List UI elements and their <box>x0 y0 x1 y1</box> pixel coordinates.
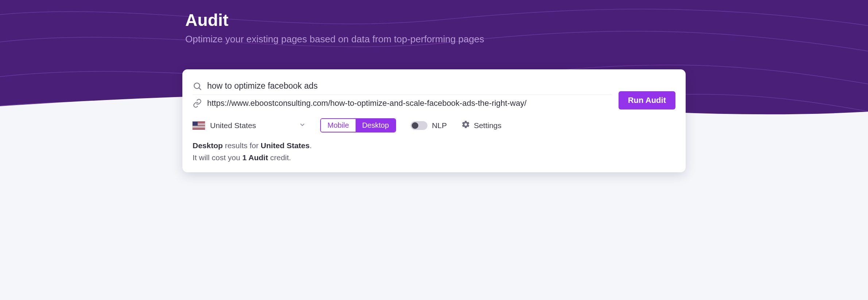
device-mobile-option[interactable]: Mobile <box>321 119 356 132</box>
gear-icon <box>461 120 470 131</box>
url-field-row <box>193 95 612 112</box>
country-label: United States <box>210 121 256 130</box>
summary-text-fragment: credit. <box>268 153 291 162</box>
settings-label: Settings <box>474 121 501 130</box>
audit-form-card: Run Audit United States Mobile Desktop N… <box>182 69 686 172</box>
url-input[interactable] <box>207 99 612 108</box>
toggle-switch-icon <box>411 121 427 130</box>
settings-button[interactable]: Settings <box>461 120 501 131</box>
summary-text: Desktop results for United States. It wi… <box>193 140 675 164</box>
summary-text-fragment: results for <box>223 141 261 150</box>
page-title: Audit <box>185 10 677 30</box>
run-audit-button[interactable]: Run Audit <box>619 91 675 109</box>
device-desktop-option[interactable]: Desktop <box>356 119 395 132</box>
query-input[interactable] <box>207 81 612 91</box>
nlp-label: NLP <box>432 121 447 130</box>
summary-device: Desktop <box>193 141 223 150</box>
query-field-row <box>193 77 612 95</box>
us-flag-icon <box>193 122 205 130</box>
summary-country: United States <box>261 141 310 150</box>
device-segmented-control: Mobile Desktop <box>320 118 396 132</box>
summary-text-fragment: It will cost you <box>193 153 243 162</box>
input-group: Run Audit <box>193 77 675 112</box>
svg-line-1 <box>199 88 201 89</box>
search-icon <box>193 81 202 91</box>
summary-line-2: It will cost you 1 Audit credit. <box>193 152 675 164</box>
summary-line-1: Desktop results for United States. <box>193 140 675 152</box>
summary-text-fragment: . <box>310 141 312 150</box>
country-selector[interactable]: United States <box>193 121 306 130</box>
input-fields <box>193 77 612 112</box>
options-row: United States Mobile Desktop NLP Setting… <box>193 118 675 132</box>
page-subtitle: Optimize your existing pages based on da… <box>185 34 677 45</box>
chevron-down-icon <box>299 121 306 130</box>
link-icon <box>193 99 202 108</box>
summary-cost: 1 Audit <box>243 153 268 162</box>
nlp-toggle[interactable]: NLP <box>411 121 447 130</box>
